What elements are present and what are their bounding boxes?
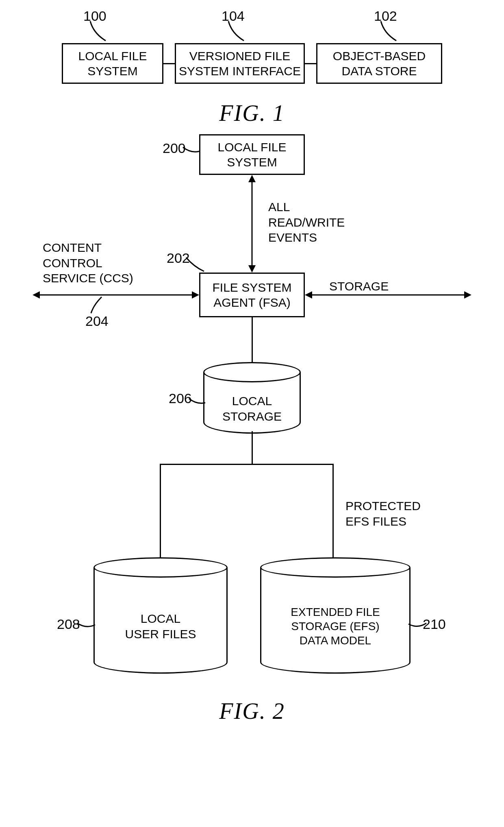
- connector: [252, 317, 253, 365]
- label-rw-events: ALL READ/WRITE EVENTS: [268, 199, 345, 245]
- ref-204: 204: [85, 313, 109, 329]
- figure-1: 100 104 102 LOCAL FILE SYSTEM VERSIONED …: [8, 8, 496, 114]
- connector: [163, 63, 175, 64]
- cyl-local-user-files: LOCAL USER FILES: [93, 557, 228, 674]
- ref-210: 210: [423, 616, 446, 632]
- box-local-file-system: LOCAL FILE SYSTEM: [62, 43, 163, 84]
- connector: [160, 464, 161, 561]
- cyl-efs: EXTENDED FILE STORAGE (EFS) DATA MODEL: [260, 557, 411, 674]
- box-local-file-system: LOCAL FILE SYSTEM: [199, 134, 305, 175]
- figure-caption: FIG. 2: [8, 698, 496, 724]
- ref-206: 206: [169, 391, 192, 406]
- box-label: VERSIONED FILE SYSTEM INTERFACE: [179, 48, 301, 79]
- ref-102: 102: [374, 8, 397, 24]
- ref-104: 104: [222, 8, 245, 24]
- svg-marker-4: [33, 291, 40, 299]
- cyl-local-storage: LOCAL STORAGE: [203, 362, 301, 434]
- label-protected-efs: PROTECTED EFS FILES: [345, 498, 421, 529]
- cyl-label: LOCAL STORAGE: [222, 393, 282, 424]
- svg-marker-7: [305, 291, 312, 299]
- leader-104: [228, 21, 252, 46]
- box-file-system-agent: FILE SYSTEM AGENT (FSA): [199, 273, 305, 317]
- leader-100: [89, 21, 114, 46]
- arrow-vertical-double: [248, 175, 256, 274]
- arrow-right-double: [305, 291, 471, 300]
- cyl-label: EXTENDED FILE STORAGE (EFS) DATA MODEL: [291, 605, 380, 648]
- connector: [252, 431, 253, 464]
- box-label: FILE SYSTEM AGENT (FSA): [212, 280, 291, 310]
- connector: [332, 464, 334, 561]
- ref-202: 202: [167, 250, 190, 266]
- label-ccs: CONTENT CONTROL SERVICE (CCS): [43, 240, 133, 286]
- svg-marker-8: [464, 291, 471, 299]
- svg-marker-5: [192, 291, 199, 299]
- box-label: LOCAL FILE SYSTEM: [218, 140, 287, 170]
- box-object-store: OBJECT-BASED DATA STORE: [316, 43, 442, 84]
- ref-200: 200: [163, 140, 186, 156]
- connector: [305, 63, 316, 64]
- connector: [160, 464, 334, 465]
- svg-marker-1: [248, 175, 256, 182]
- cyl-label: LOCAL USER FILES: [125, 611, 196, 642]
- box-label: LOCAL FILE SYSTEM: [78, 48, 147, 79]
- svg-marker-2: [248, 265, 256, 273]
- leader-102: [380, 21, 404, 46]
- box-vfs-interface: VERSIONED FILE SYSTEM INTERFACE: [175, 43, 305, 84]
- ref-100: 100: [83, 8, 106, 24]
- figure-2: LOCAL FILE SYSTEM 200 ALL READ/WRITE EVE…: [8, 118, 496, 769]
- ref-208: 208: [57, 616, 80, 632]
- box-label: OBJECT-BASED DATA STORE: [333, 48, 426, 79]
- arrow-left-double: [33, 291, 199, 300]
